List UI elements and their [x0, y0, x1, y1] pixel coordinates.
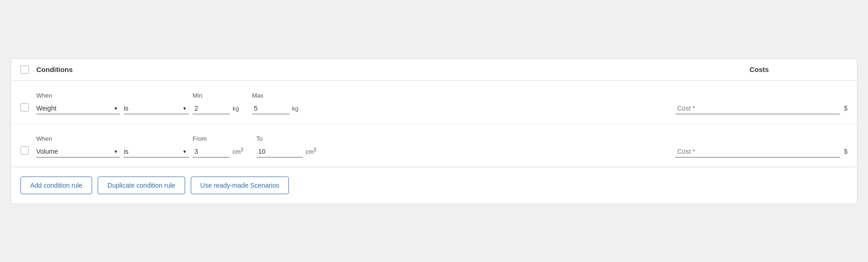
cost-label-1 — [675, 92, 848, 99]
is-label-2 — [124, 135, 189, 142]
max-label-1: Max — [252, 92, 299, 99]
to-input-wrapper-2: cm3 — [256, 146, 316, 157]
when-select-wrapper-2: Weight Volume Price Quantity ▼ — [36, 146, 120, 157]
to-group-2: To cm3 — [256, 135, 316, 157]
is-field-group-2: is is not greater than less than ▼ — [124, 135, 189, 157]
from-unit-2: cm3 — [233, 147, 243, 155]
ready-made-scenarios-button[interactable]: Use ready-made Scenarios — [191, 177, 289, 194]
min-unit-1: kg — [233, 105, 239, 112]
is-select-wrapper-2: is is not greater than less than ▼ — [124, 146, 189, 157]
table-row: When Weight Volume Price Quantity ▼ — [11, 81, 857, 124]
add-condition-button[interactable]: Add condition rule — [20, 177, 92, 194]
buttons-area: Add condition rule Duplicate condition r… — [11, 167, 857, 203]
cost-group-2: $ — [675, 135, 848, 157]
rule-1-checkbox[interactable] — [20, 103, 29, 111]
cost-input-wrapper-1: $ — [675, 103, 848, 114]
cost-group-1: $ — [675, 92, 848, 114]
when-field-group-2: When Weight Volume Price Quantity ▼ — [36, 135, 120, 157]
rule-2-checkbox[interactable] — [20, 146, 29, 155]
cost-currency-2: $ — [844, 148, 848, 155]
when-select-wrapper-1: Weight Volume Price Quantity ▼ — [36, 103, 120, 114]
cost-input-1[interactable] — [675, 103, 840, 114]
conditions-panel: Conditions Costs When Weight Volume Pric… — [11, 59, 857, 204]
cost-input-2[interactable] — [675, 146, 840, 157]
costs-heading: Costs — [671, 66, 848, 73]
max-unit-1: kg — [292, 105, 299, 112]
cost-input-wrapper-2: $ — [675, 146, 848, 157]
cost-currency-1: $ — [844, 105, 848, 112]
when-label-2: When — [36, 135, 120, 142]
from-group-2: From cm3 — [193, 135, 243, 157]
min-group-1: Min kg — [193, 92, 239, 114]
conditions-heading: Conditions — [36, 66, 671, 73]
table-row: When Weight Volume Price Quantity ▼ — [11, 124, 857, 167]
header-row: Conditions Costs — [11, 59, 857, 81]
is-select-1[interactable]: is is not greater than less than — [124, 103, 189, 114]
max-input-wrapper-1: kg — [252, 103, 299, 114]
header-checkbox[interactable] — [20, 66, 29, 74]
is-select-2[interactable]: is is not greater than less than — [124, 146, 189, 157]
from-label-2: From — [193, 135, 243, 142]
duplicate-condition-button[interactable]: Duplicate condition rule — [98, 177, 185, 194]
to-unit-2: cm3 — [306, 147, 316, 155]
max-group-1: Max kg — [252, 92, 299, 114]
to-input-2[interactable] — [256, 146, 303, 157]
when-select-1[interactable]: Weight Volume Price Quantity — [36, 103, 120, 114]
when-label-1: When — [36, 92, 120, 99]
rule-1-fields: When Weight Volume Price Quantity ▼ — [36, 92, 848, 114]
max-input-1[interactable] — [252, 103, 289, 114]
min-input-1[interactable] — [193, 103, 230, 114]
when-field-group-1: When Weight Volume Price Quantity ▼ — [36, 92, 120, 114]
rule-2-fields: When Weight Volume Price Quantity ▼ — [36, 135, 848, 157]
from-input-wrapper-2: cm3 — [193, 146, 243, 157]
min-input-wrapper-1: kg — [193, 103, 239, 114]
is-field-group-1: is is not greater than less than ▼ — [124, 92, 189, 114]
is-select-wrapper-1: is is not greater than less than ▼ — [124, 103, 189, 114]
when-select-2[interactable]: Weight Volume Price Quantity — [36, 146, 120, 157]
from-input-2[interactable] — [193, 146, 230, 157]
to-label-2: To — [256, 135, 316, 142]
min-label-1: Min — [193, 92, 239, 99]
cost-label-2 — [675, 135, 848, 142]
rules-area: When Weight Volume Price Quantity ▼ — [11, 81, 857, 167]
is-label-1 — [124, 92, 189, 99]
